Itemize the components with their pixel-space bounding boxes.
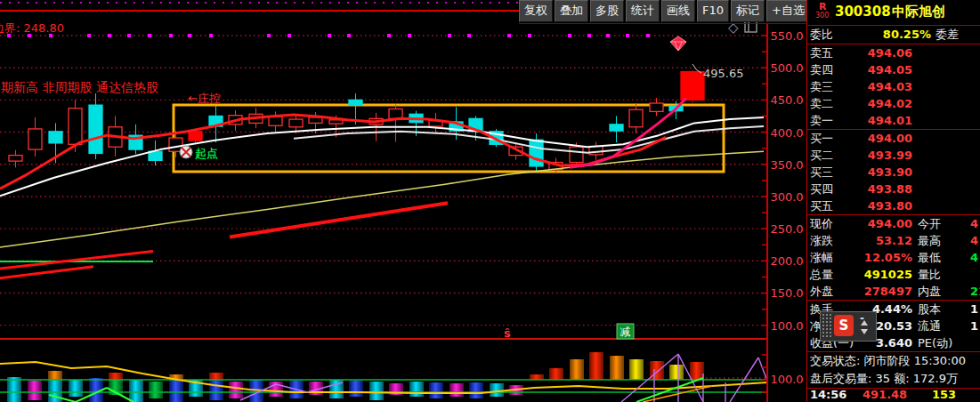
indicator-bar <box>269 382 283 397</box>
indicator-bar <box>629 359 644 380</box>
spinner-up-icon[interactable] <box>861 320 868 326</box>
toolbar-button-tongji[interactable]: 统计 <box>626 0 660 22</box>
after-hours-volume: 盘后交易量: 35 额: 172.9万 <box>807 370 980 388</box>
tick-price: 491.48 <box>863 389 907 401</box>
indicator-bar <box>589 352 603 380</box>
indicator-bar <box>7 377 21 402</box>
ask-row-1: 卖一494.01 <box>807 112 980 129</box>
pct-change: 12.05% <box>832 249 912 266</box>
spinner-down-icon[interactable] <box>861 329 868 334</box>
candle <box>189 132 202 141</box>
sub-panel-axis-label: 100.0 <box>770 373 803 386</box>
candle <box>269 117 282 125</box>
ask-row-4: 卖四494.05 <box>807 61 980 78</box>
candle <box>610 125 623 131</box>
bid-price-5[interactable]: 493.80 <box>832 197 912 214</box>
candle <box>329 120 343 124</box>
svg-text:100.0: 100.0 <box>770 319 803 333</box>
toolbar: 复权 叠加 多股 统计 画线 F10 标记 +自选 返回 <box>519 0 846 22</box>
ask-price-1[interactable]: 494.01 <box>832 112 912 129</box>
total-volume: 491025 <box>832 266 912 283</box>
start-point-label: 起点 <box>194 147 218 160</box>
bid-row-1: 买一494.00 <box>807 130 980 147</box>
indicator-bar <box>209 380 223 400</box>
trade-status-box: 交易状态: 闭市阶段 15:30:00 盘后交易量: 35 额: 172.9万 <box>807 352 980 389</box>
bid-price-3[interactable]: 493.90 <box>832 164 912 181</box>
toolbar-button-biaoji[interactable]: 标记 <box>731 0 765 22</box>
info-row-volume: 总量491025量比 <box>807 266 980 283</box>
indicator-bar <box>129 380 143 402</box>
trade-status: 交易状态: 闭市阶段 15:30:00 <box>807 352 980 370</box>
ask-row-3: 卖三494.03 <box>807 78 980 95</box>
app-window: ←庄控起点495.65◇ŝ减550.0500.0450.0400.0350.03… <box>0 0 980 402</box>
indicator-bar <box>69 380 83 397</box>
price-change: 53.12 <box>832 232 912 249</box>
toolbar-button-add-watchlist[interactable]: +自选 <box>766 0 810 22</box>
tick-time: 14:56 <box>810 389 846 401</box>
ma-yellow-long <box>0 151 764 247</box>
candle <box>69 109 82 145</box>
candle <box>289 119 303 127</box>
info-row-pct: 涨幅12.05%最低4 <box>807 249 980 266</box>
svg-text:250.0: 250.0 <box>770 222 803 236</box>
tick-row[interactable]: 14:56 491.48 153 <box>807 389 980 401</box>
indicator-bar <box>409 382 424 397</box>
ask-price-5[interactable]: 494.06 <box>832 44 912 61</box>
gem-icon <box>670 36 686 51</box>
svg-text:500.0: 500.0 <box>770 61 803 75</box>
toolbar-button-fuquan[interactable]: 复权 <box>519 0 553 22</box>
candle <box>309 117 322 124</box>
svg-text:450.0: 450.0 <box>770 93 803 107</box>
bid-price-2[interactable]: 493.99 <box>832 147 912 164</box>
candle <box>389 109 402 119</box>
toolbar-button-diejia[interactable]: 叠加 <box>555 0 588 22</box>
candle <box>570 147 583 162</box>
toolbar-button-duogu[interactable]: 多股 <box>590 0 624 22</box>
svg-text:550.0: 550.0 <box>770 29 803 43</box>
indicator-bar <box>469 382 483 398</box>
candle <box>89 105 102 153</box>
indicator-bar <box>429 382 443 398</box>
svg-text:400.0: 400.0 <box>770 126 803 140</box>
main-chart[interactable]: ←庄控起点495.65◇ŝ减550.0500.0450.0400.0350.03… <box>0 0 806 402</box>
tick-volume: 153 <box>932 389 956 401</box>
ask-price-3[interactable]: 494.03 <box>832 78 912 95</box>
quote-panel: R 300 300308 中际旭创 委比 80.25% 委差 卖五494.06 … <box>806 0 980 402</box>
price-info: 现价494.00今开4 涨跌53.12最高4 涨幅12.05%最低4 总量491… <box>807 215 980 301</box>
svg-text:200.0: 200.0 <box>770 254 803 268</box>
weibi-value: 80.25% <box>856 26 931 44</box>
current-price: 494.00 <box>832 215 912 232</box>
board-flag: 300 <box>815 12 829 20</box>
bid-row-3: 买三493.90 <box>807 164 980 181</box>
price-axis: 550.0500.0450.0400.0350.0300.0250.0200.0… <box>762 24 804 402</box>
bid-row-5: 买五493.80 <box>807 197 980 214</box>
candle <box>650 103 663 111</box>
stock-code: 300308 <box>835 4 891 20</box>
candle <box>28 129 42 149</box>
candle <box>530 140 543 166</box>
indicator-bar <box>209 373 223 380</box>
indicator-bar <box>490 383 504 397</box>
indicator-bar <box>570 359 584 380</box>
ask-price-4[interactable]: 494.05 <box>832 61 912 78</box>
s-logo-icon: S <box>834 315 854 336</box>
bid-price-4[interactable]: 493.88 <box>832 181 912 197</box>
info-row-outer: 外盘278497内盘21 <box>807 283 980 300</box>
ask-price-2[interactable]: 494.02 <box>832 95 912 112</box>
high-price-tag: 495.65 <box>703 67 744 80</box>
screenshot-tool-widget[interactable]: S - <box>820 311 877 342</box>
svg-text:减: 减 <box>620 326 631 338</box>
bid-list: 买一494.00 买二493.99 买三493.90 买四493.88 买五49… <box>807 130 980 215</box>
zhuangkong-label: ←庄控 <box>188 92 221 105</box>
toolbar-button-huaxian[interactable]: 画线 <box>661 0 695 22</box>
indicator-bar <box>169 380 183 402</box>
ask-row-2: 卖二494.02 <box>807 95 980 112</box>
bid-price-1[interactable]: 494.00 <box>832 130 912 147</box>
boundary-label: 边界: 248.80 <box>0 20 64 36</box>
weicha-label: 委差 <box>935 26 959 44</box>
candle <box>349 100 362 105</box>
indicator-bar <box>610 356 624 380</box>
toolbar-button-f10[interactable]: F10 <box>697 0 729 22</box>
stock-name: 中际旭创 <box>892 4 945 20</box>
indicator-bar <box>149 382 163 398</box>
